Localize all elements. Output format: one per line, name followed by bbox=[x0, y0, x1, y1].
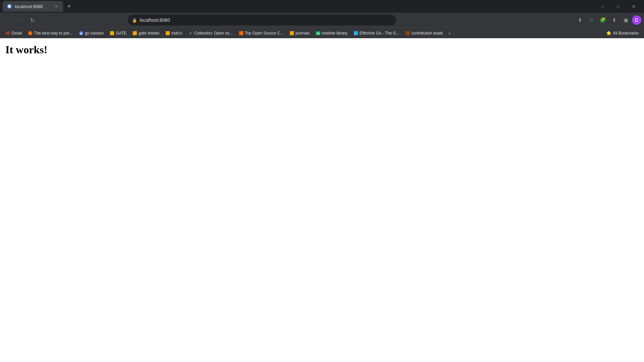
bookmark-label-newline: newline library bbox=[322, 31, 347, 36]
refresh-button[interactable]: ↻ bbox=[27, 15, 38, 25]
extensions-button[interactable]: 🧩 bbox=[598, 15, 608, 25]
bookmark-newline[interactable]: m newline library bbox=[313, 29, 350, 37]
orange-favicon-icon bbox=[28, 31, 32, 35]
bookmark-favicon-contribution bbox=[406, 31, 410, 36]
bookmark-favicon-go-classes: g bbox=[79, 31, 84, 36]
all-bookmarks-button[interactable]: ⭐ All Bookmarks bbox=[603, 29, 641, 37]
bookmark-go-classes[interactable]: g go classes bbox=[76, 29, 107, 37]
bookmark-label-top-open-source: Top Open Source C... bbox=[245, 31, 283, 36]
bookmark-collection[interactable]: ⌾ Collection: Open so... bbox=[185, 29, 235, 37]
blue-box-favicon-icon bbox=[354, 31, 358, 35]
bookmark-todos[interactable]: todo's bbox=[163, 29, 185, 37]
svg-text:m: m bbox=[317, 32, 320, 35]
bookmark-label-todos: todo's bbox=[171, 31, 182, 36]
bookmark-star-icon: ⭐ bbox=[606, 31, 611, 36]
bookmark-favicon-collection: ⌾ bbox=[188, 31, 193, 36]
bookmark-favicon-effective-go bbox=[354, 31, 358, 36]
gmail-icon: M bbox=[6, 31, 10, 36]
yellow3-favicon-icon bbox=[166, 31, 170, 35]
bookmark-label-journals: journals bbox=[296, 31, 310, 36]
all-bookmarks-label: All Bookmarks bbox=[613, 31, 639, 36]
bookmark-favicon-top-open-source bbox=[239, 31, 244, 36]
sidebar-button[interactable]: ▣ bbox=[621, 15, 631, 25]
close-button[interactable]: ✕ bbox=[626, 0, 641, 13]
yellow-favicon-icon bbox=[110, 31, 114, 35]
bookmark-label-best-way: The best way to pre... bbox=[34, 31, 72, 36]
bookmark-gate-sheets[interactable]: gate sheets bbox=[130, 29, 162, 37]
url-display: localhost:8080 bbox=[140, 17, 392, 23]
bookmark-label-gate-sheets: gate sheets bbox=[139, 31, 159, 36]
bookmark-favicon-gmail: M bbox=[5, 31, 10, 36]
github-favicon-icon: ⌾ bbox=[189, 31, 193, 35]
bookmark-favicon-newline: m bbox=[316, 31, 320, 36]
minimize-button[interactable]: ─ bbox=[595, 0, 610, 13]
window-controls: ─ □ ✕ bbox=[595, 0, 641, 13]
bookmark-contribution-leads[interactable]: contribution leads bbox=[403, 29, 446, 37]
bookmark-favicon-gate bbox=[110, 31, 114, 36]
bookmark-favicon-todos bbox=[165, 31, 170, 36]
bookmark-button[interactable]: ☆ bbox=[586, 15, 597, 25]
green-m-favicon-icon: m bbox=[316, 31, 320, 35]
yellow2-favicon-icon bbox=[133, 31, 137, 35]
browser-chrome: localhost:8080 × + ─ □ ✕ ← → ↻ 🔒 localho… bbox=[0, 0, 644, 38]
bookmarks-bar: M Gmail The best way to pre... g go clas… bbox=[0, 27, 644, 38]
brown-favicon-icon bbox=[406, 31, 410, 35]
back-button[interactable]: ← bbox=[3, 15, 13, 25]
bookmark-label-effective-go: Effective Go - The G... bbox=[360, 31, 399, 36]
share-button[interactable]: ⬆ bbox=[575, 15, 586, 25]
tab-close-button[interactable]: × bbox=[54, 4, 59, 9]
bookmark-label-go-classes: go classes bbox=[85, 31, 104, 36]
address-bar-row: ← → ↻ 🔒 localhost:8080 ⬆ ☆ 🧩 ⬇ ▣ C bbox=[0, 13, 644, 27]
bookmark-favicon-gate-sheets bbox=[132, 31, 137, 36]
bookmark-top-open-source[interactable]: Top Open Source C... bbox=[236, 29, 286, 37]
bookmark-gate[interactable]: GATE bbox=[107, 29, 129, 37]
tab-title: localhost:8080 bbox=[15, 4, 51, 9]
new-tab-button[interactable]: + bbox=[64, 2, 74, 11]
more-bookmarks-button[interactable]: » bbox=[446, 29, 453, 37]
yellow4-favicon-icon bbox=[290, 31, 294, 35]
bookmark-best-way[interactable]: The best way to pre... bbox=[25, 29, 75, 37]
profile-button[interactable]: C bbox=[632, 15, 641, 25]
download-button[interactable]: ⬇ bbox=[609, 15, 620, 25]
bookmark-journals[interactable]: journals bbox=[287, 29, 312, 37]
bookmark-favicon-journals bbox=[289, 31, 294, 36]
active-tab[interactable]: localhost:8080 × bbox=[3, 1, 63, 12]
bookmark-label-contribution-leads: contribution leads bbox=[412, 31, 443, 36]
address-bar[interactable]: 🔒 localhost:8080 bbox=[128, 15, 396, 25]
forward-button[interactable]: → bbox=[15, 15, 25, 25]
blue-g-favicon-icon: g bbox=[79, 31, 83, 35]
tab-bar: localhost:8080 × + ─ □ ✕ bbox=[0, 0, 644, 13]
bookmark-label-collection: Collection: Open so... bbox=[194, 31, 233, 36]
page-heading: It works! bbox=[5, 44, 639, 56]
toolbar-right: ⬆ ☆ 🧩 ⬇ ▣ C bbox=[575, 15, 641, 25]
bookmark-label-gate: GATE bbox=[116, 31, 126, 36]
lock-icon: 🔒 bbox=[132, 18, 137, 23]
orange2-favicon-icon bbox=[239, 31, 243, 35]
maximize-button[interactable]: □ bbox=[610, 0, 626, 13]
tab-favicon-icon bbox=[7, 4, 12, 9]
bookmark-effective-go[interactable]: Effective Go - The G... bbox=[351, 29, 402, 37]
bookmark-favicon-best-way bbox=[28, 31, 33, 36]
bookmark-label-gmail: Gmail bbox=[11, 31, 22, 36]
page-content: It works! bbox=[0, 38, 644, 362]
bookmark-gmail[interactable]: M Gmail bbox=[3, 29, 24, 37]
